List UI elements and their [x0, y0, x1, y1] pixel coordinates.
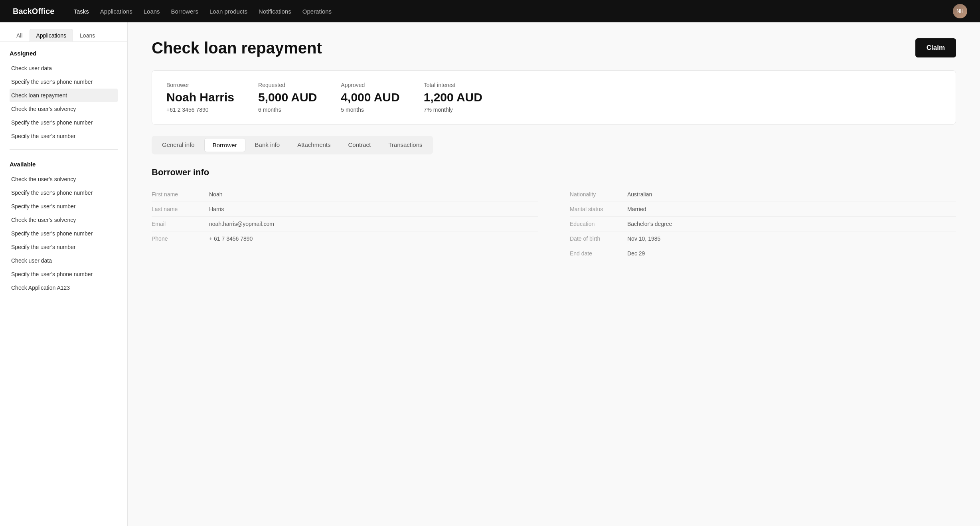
tab-attachments[interactable]: Attachments [289, 138, 338, 152]
loan-approved-field: Approved 4,000 AUD 5 months [341, 82, 399, 113]
info-row-lastname: Last name Harris [152, 202, 538, 217]
sidebar-item-specify-phone-1[interactable]: Specify the user's phone number [10, 75, 118, 89]
marital-value: Married [627, 206, 646, 212]
available-title: Available [10, 161, 118, 168]
sidebar-item-specify-number-1[interactable]: Specify the user's number [10, 129, 118, 143]
lastname-value: Harris [209, 206, 224, 212]
page-header: Check loan repayment Claim [152, 38, 956, 57]
borrower-label: Borrower [166, 82, 234, 88]
loan-borrower-field: Borrower Noah Harris +61 2 3456 7890 [166, 82, 234, 113]
info-row-education: Education Bachelor's degree [570, 217, 956, 231]
requested-duration: 6 months [258, 107, 317, 113]
marital-label: Marital status [570, 206, 618, 212]
info-row-marital: Marital status Married [570, 202, 956, 217]
sidebar-avail-item-3[interactable]: Check the user's solvency [10, 213, 118, 227]
approved-amount: 4,000 AUD [341, 91, 399, 104]
info-row-dob: Date of birth Nov 10, 1985 [570, 231, 956, 246]
sidebar-available-section: Available Check the user's solvency Spec… [0, 153, 127, 298]
user-avatar[interactable]: NH [953, 4, 967, 18]
nav-operations[interactable]: Operations [302, 6, 332, 16]
sidebar-item-check-loan-repayment[interactable]: Check loan repayment [10, 89, 118, 102]
borrower-info-grid: First name Noah Last name Harris Email n… [152, 187, 956, 261]
borrower-name: Noah Harris [166, 91, 234, 104]
nav-applications[interactable]: Applications [100, 6, 132, 16]
info-row-firstname: First name Noah [152, 187, 538, 202]
info-row-phone: Phone + 61 7 3456 7890 [152, 231, 538, 246]
loan-requested-field: Requested 5,000 AUD 6 months [258, 82, 317, 113]
total-interest-label: Total interest [424, 82, 482, 88]
requested-amount: 5,000 AUD [258, 91, 317, 104]
enddate-value: Dec 29 [627, 250, 645, 257]
email-label: Email [152, 221, 200, 227]
lastname-label: Last name [152, 206, 200, 212]
nav-loan-products[interactable]: Loan products [209, 6, 247, 16]
info-row-enddate: End date Dec 29 [570, 246, 956, 261]
sidebar-tab-all[interactable]: All [10, 29, 30, 42]
nav-links: Tasks Applications Loans Borrowers Loan … [74, 6, 940, 16]
detail-tab-bar: General info Borrower Bank info Attachme… [152, 136, 433, 154]
borrower-info-section: Borrower info First name Noah Last name … [152, 167, 956, 261]
sidebar-avail-item-0[interactable]: Check the user's solvency [10, 172, 118, 186]
sidebar-item-check-solvency-1[interactable]: Check the user's solvency [10, 102, 118, 116]
borrower-left-fields: First name Noah Last name Harris Email n… [152, 187, 538, 261]
approved-label: Approved [341, 82, 399, 88]
sidebar: All Applications Loans Assigned Check us… [0, 22, 128, 526]
sidebar-tab-applications[interactable]: Applications [30, 29, 73, 42]
sidebar-item-check-user-data[interactable]: Check user data [10, 61, 118, 75]
tab-transactions[interactable]: Transactions [380, 138, 430, 152]
borrower-phone: +61 2 3456 7890 [166, 107, 234, 113]
sidebar-divider [10, 149, 118, 150]
main-content: Check loan repayment Claim Borrower Noah… [128, 22, 980, 526]
tab-general-info[interactable]: General info [154, 138, 203, 152]
sidebar-avail-item-7[interactable]: Specify the user's phone number [10, 267, 118, 281]
nav-notifications[interactable]: Notifications [259, 6, 291, 16]
tab-contract[interactable]: Contract [340, 138, 379, 152]
info-row-nationality: Nationality Australian [570, 187, 956, 202]
firstname-value: Noah [209, 191, 222, 198]
borrower-right-fields: Nationality Australian Marital status Ma… [570, 187, 956, 261]
nav-tasks[interactable]: Tasks [74, 6, 89, 16]
email-value: noah.harris@yopmail.com [209, 221, 274, 227]
navbar: BackOffice Tasks Applications Loans Borr… [0, 0, 980, 22]
nationality-label: Nationality [570, 191, 618, 198]
total-interest-amount: 1,200 AUD [424, 91, 482, 104]
education-value: Bachelor's degree [627, 221, 672, 227]
phone-label: Phone [152, 235, 200, 242]
sidebar-tab-bar: All Applications Loans [0, 22, 127, 42]
dob-value: Nov 10, 1985 [627, 235, 660, 242]
page-title: Check loan repayment [152, 39, 322, 57]
approved-duration: 5 months [341, 107, 399, 113]
nationality-value: Australian [627, 191, 652, 198]
claim-button[interactable]: Claim [915, 38, 956, 57]
tab-borrower[interactable]: Borrower [204, 138, 245, 152]
sidebar-assigned-section: Assigned Check user data Specify the use… [0, 42, 127, 146]
nav-borrowers[interactable]: Borrowers [171, 6, 198, 16]
enddate-label: End date [570, 250, 618, 257]
sidebar-avail-item-4[interactable]: Specify the user's phone number [10, 227, 118, 240]
sidebar-avail-item-5[interactable]: Specify the user's number [10, 240, 118, 254]
info-row-email: Email noah.harris@yopmail.com [152, 217, 538, 231]
firstname-label: First name [152, 191, 200, 198]
sidebar-item-specify-phone-2[interactable]: Specify the user's phone number [10, 116, 118, 129]
tab-bank-info[interactable]: Bank info [247, 138, 288, 152]
sidebar-avail-item-2[interactable]: Specify the user's number [10, 200, 118, 213]
sidebar-tab-loans[interactable]: Loans [73, 29, 102, 42]
loan-card: Borrower Noah Harris +61 2 3456 7890 Req… [152, 70, 956, 125]
education-label: Education [570, 221, 618, 227]
main-layout: All Applications Loans Assigned Check us… [0, 22, 980, 526]
borrower-info-title: Borrower info [152, 167, 956, 178]
nav-loans[interactable]: Loans [144, 6, 160, 16]
assigned-title: Assigned [10, 50, 118, 57]
dob-label: Date of birth [570, 235, 618, 242]
sidebar-avail-item-1[interactable]: Specify the user's phone number [10, 186, 118, 200]
brand-logo: BackOffice [13, 7, 55, 16]
sidebar-avail-item-8[interactable]: Check Application A123 [10, 281, 118, 295]
phone-value: + 61 7 3456 7890 [209, 235, 253, 242]
total-interest-rate: 7% monthly [424, 107, 482, 113]
loan-interest-field: Total interest 1,200 AUD 7% monthly [424, 82, 482, 113]
requested-label: Requested [258, 82, 317, 88]
sidebar-avail-item-6[interactable]: Check user data [10, 254, 118, 267]
